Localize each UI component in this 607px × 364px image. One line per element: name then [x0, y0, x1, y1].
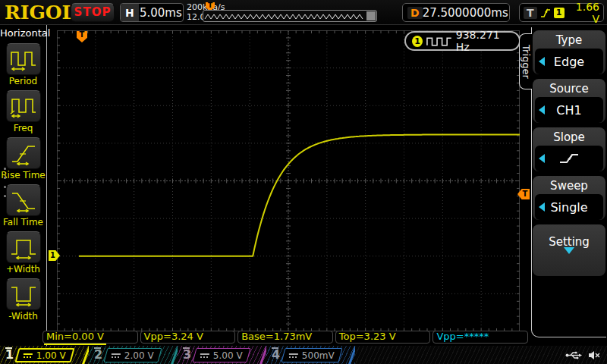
- measure-item-label: Fall Time: [0, 217, 46, 228]
- channel-scale: 5.00 V: [213, 350, 243, 360]
- usb-icon: [565, 351, 582, 359]
- speaker-muted-icon: [588, 350, 601, 360]
- delay-readout[interactable]: D 27.5000000ms: [402, 3, 510, 22]
- menu-item-value: Single: [550, 200, 587, 215]
- menu-item-value: CH1: [556, 103, 581, 118]
- channel-number: 4: [272, 347, 280, 363]
- trigger-label: T: [524, 7, 537, 19]
- measure-item-label: Period: [0, 76, 46, 86]
- measurement-vpp[interactable]: Vpp=3.24 V: [140, 331, 236, 344]
- memory-position-bar[interactable]: [203, 10, 377, 22]
- measurement-top[interactable]: Top=3.23 V: [335, 331, 431, 344]
- period-icon: [10, 47, 37, 71]
- menu-item-title: Setting: [533, 224, 605, 241]
- menu-item-value: Edge: [554, 55, 584, 69]
- menu-item-source[interactable]: Source CH1: [533, 79, 605, 123]
- rising-slope-icon: [558, 152, 580, 165]
- measure-item-fall-time[interactable]: Fall Time: [0, 184, 46, 228]
- system-status-icons: [565, 346, 601, 364]
- pos-width-icon: [10, 235, 37, 259]
- trigger-readout[interactable]: T 1 1.66 V: [519, 3, 604, 22]
- dc-coupling-icon: [289, 353, 298, 357]
- measurement-min[interactable]: Min=0.00 V: [42, 331, 138, 344]
- channel-scale: 500mV: [302, 350, 335, 360]
- dc-coupling-icon: [200, 353, 209, 357]
- measure-menu: Horizontal Period Freq: [0, 25, 47, 346]
- menu-item-title: Source: [533, 80, 605, 97]
- left-arrow-icon: [539, 105, 545, 115]
- tile-divider: [347, 346, 355, 364]
- counter-channel-badge: 1: [412, 36, 423, 47]
- channel-scale: 2.00 V: [124, 350, 154, 360]
- delay-value: 27.5000000ms: [423, 6, 508, 20]
- menu-item-setting[interactable]: Setting: [533, 224, 605, 276]
- trigger-source-badge: 1: [554, 8, 565, 18]
- menu-item-type[interactable]: Type Edge: [533, 30, 605, 74]
- neg-width-icon: [10, 282, 37, 306]
- left-arrow-icon: [539, 202, 545, 212]
- channel-4-tile[interactable]: 4 500mV: [266, 346, 355, 364]
- run-state-indicator[interactable]: STOP: [71, 3, 115, 22]
- measure-item-neg-width[interactable]: -Width: [0, 278, 46, 322]
- square-wave-icon: [426, 36, 452, 46]
- channel-2-tile[interactable]: 2 2.00 V: [89, 346, 178, 364]
- channel-number: 3: [183, 347, 191, 363]
- rise-time-icon: [10, 141, 37, 165]
- dc-coupling-icon: [112, 353, 121, 357]
- memory-waveform-icon: [203, 11, 366, 22]
- measure-menu-title: Horizontal: [0, 27, 46, 39]
- measure-item-rise-time[interactable]: Rise Time: [0, 137, 46, 180]
- timebase-readout[interactable]: H 5.00ms: [120, 3, 184, 22]
- measurement-highlight-bar: [44, 344, 106, 345]
- measure-item-period[interactable]: Period: [0, 43, 46, 86]
- channel-scale: 1.00 V: [36, 350, 66, 360]
- delay-label: D: [407, 7, 423, 19]
- channel-status-bar: 1 1.00 V 2 2.00 V 3 5.00 V 4: [0, 346, 607, 364]
- dc-coupling-icon: [24, 353, 33, 357]
- menu-item-title: Sweep: [533, 177, 605, 194]
- measurement-vpp2[interactable]: Vpp=*****: [432, 331, 528, 344]
- trigger-level-value: 1.66 V: [568, 1, 599, 25]
- oscilloscope-screen: RIGOL STOP H 5.00ms 200kSa/s 12.0k pts T…: [0, 0, 607, 364]
- channel-1-tile[interactable]: 1 1.00 V: [0, 346, 89, 364]
- menu-item-title: Slope: [533, 129, 605, 146]
- graticule: [57, 30, 520, 331]
- trigger-menu-tab: Trigger: [519, 33, 532, 89]
- left-arrow-icon: [539, 154, 545, 163]
- menu-item-slope[interactable]: Slope: [533, 127, 605, 171]
- measure-item-label: +Width: [0, 264, 46, 275]
- timebase-value: 5.00ms: [139, 6, 183, 20]
- menu-item-sweep[interactable]: Sweep Single: [533, 176, 605, 220]
- rigol-logo: RIGOL: [5, 2, 75, 24]
- fall-time-icon: [10, 188, 37, 212]
- freq-icon: [10, 94, 37, 118]
- left-arrow-icon: [539, 57, 545, 66]
- tile-divider: [80, 346, 89, 364]
- trigger-menu: Type Edge Source CH1 Slope: [533, 30, 605, 276]
- tile-divider: [258, 346, 266, 364]
- horizontal-label: H: [121, 4, 139, 21]
- top-status-bar: RIGOL STOP H 5.00ms 200kSa/s 12.0k pts T…: [0, 0, 607, 25]
- measure-item-label: -Width: [0, 311, 46, 322]
- menu-item-title: Type: [533, 32, 605, 49]
- counter-value: 938.271 Hz: [456, 29, 513, 53]
- menu-page-indicator: [4, 168, 6, 204]
- memory-position-handle[interactable]: [366, 11, 376, 20]
- channel-number: 2: [94, 347, 102, 363]
- measure-item-pos-width[interactable]: +Width: [0, 231, 46, 275]
- channel-3-tile[interactable]: 3 5.00 V: [178, 346, 266, 364]
- measure-item-freq[interactable]: Freq: [0, 90, 46, 133]
- tile-divider: [169, 346, 178, 364]
- measure-item-label: Freq: [0, 123, 46, 133]
- frequency-counter: 1 938.271 Hz: [404, 31, 521, 51]
- measurement-base[interactable]: Base=1.73mV: [237, 331, 333, 344]
- channel-number: 1: [5, 347, 14, 363]
- measurement-results-bar: Min=0.00 V Vpp=3.24 V Base=1.73mV Top=3.…: [42, 331, 528, 344]
- measure-item-label: Rise Time: [0, 170, 46, 180]
- rising-edge-icon: [540, 8, 551, 18]
